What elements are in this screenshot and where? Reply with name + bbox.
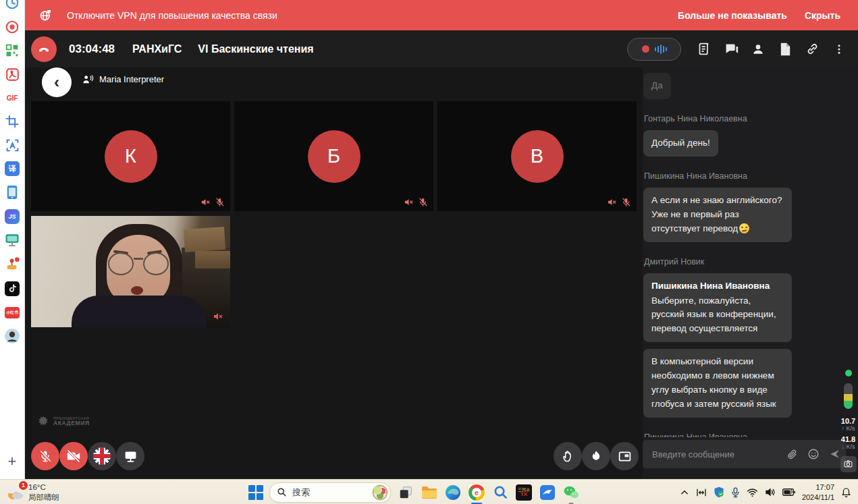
- phone-mirror-icon[interactable]: [5, 185, 20, 200]
- ocr-text-recognition-icon[interactable]: [5, 138, 20, 152]
- thunder-downloader-icon[interactable]: [539, 484, 556, 501]
- quoted-author: Пишикина Нина Ивановна: [651, 279, 784, 293]
- screen-cast-icon[interactable]: [5, 233, 20, 248]
- windows-security-icon[interactable]: [714, 486, 724, 498]
- chat-sender-name: Дмитрий Новик: [644, 257, 858, 267]
- battery-icon[interactable]: [782, 488, 795, 497]
- emoji-picker-icon[interactable]: [803, 443, 824, 465]
- notes-icon[interactable]: [691, 36, 718, 63]
- more-options-kebab-icon[interactable]: [826, 36, 853, 63]
- org-name: РАНХиГС: [132, 43, 182, 55]
- clock-tool-icon[interactable]: [5, 0, 20, 10]
- interpreter-row: Maria Interpreter: [82, 74, 164, 84]
- signal-gauge: [844, 383, 853, 409]
- hide-banner-button[interactable]: Скрыть: [805, 10, 840, 21]
- chat-message-input[interactable]: [643, 449, 781, 459]
- crop-screenshot-icon[interactable]: [5, 114, 20, 129]
- qr-code-icon[interactable]: [5, 43, 20, 58]
- interpreter-name: Maria Interpreter: [99, 74, 164, 84]
- uk-flag-icon: [93, 447, 111, 465]
- desktop-toolbar: GIF 译 JS 小红书 +: [0, 0, 25, 479]
- volume-icon[interactable]: [765, 487, 776, 497]
- sanguosha-game-icon[interactable]: 三国杀TX: [515, 484, 533, 501]
- chat-sender-name: Пишикина Нина Ивановна: [644, 432, 858, 437]
- search-icon: [277, 487, 287, 497]
- search-tool-icon[interactable]: [491, 484, 509, 501]
- uk-flag-language-button[interactable]: [88, 442, 116, 470]
- mic-muted-icon: [215, 197, 225, 207]
- task-view-button[interactable]: [397, 484, 414, 501]
- vpn-banner-text: Отключите VPN для повышения качества свя…: [67, 10, 277, 21]
- speaker-muted-icon: [200, 197, 211, 207]
- edge-browser-icon[interactable]: [444, 484, 462, 501]
- chat-toggle-icon[interactable]: [718, 36, 745, 63]
- snapshot-camera-icon[interactable]: [840, 456, 857, 472]
- screen-record-icon[interactable]: [5, 20, 20, 34]
- raise-hand-button[interactable]: [554, 442, 582, 470]
- academy-watermark: ПРЕЗИДЕНТСКАЯ АКАДЕМИЯ: [36, 415, 90, 428]
- picture-in-picture-button[interactable]: [610, 442, 639, 470]
- windows-taskbar: 1 16°C 局部晴朗 搜索: [0, 479, 858, 504]
- user-avatar[interactable]: [5, 329, 20, 343]
- game-center-icon[interactable]: [5, 257, 20, 272]
- recording-indicator-button[interactable]: [627, 38, 681, 61]
- ime-indicator-icon[interactable]: [696, 488, 707, 497]
- gif-tool-icon[interactable]: GIF: [5, 90, 20, 105]
- start-button[interactable]: [248, 485, 263, 500]
- taskbar-clock[interactable]: 17:07 2024/11/1: [802, 482, 834, 502]
- interpreter-speaking-icon: [82, 74, 94, 84]
- xiaohongshu-icon[interactable]: 小红书: [5, 305, 20, 320]
- screen: GIF 译 JS 小红书 +: [0, 0, 858, 504]
- translate-icon[interactable]: 译: [5, 161, 20, 176]
- upload-arrow-icon: ↑: [841, 425, 844, 432]
- video-stage: ‹ Maria Interpreter К Б В: [24, 67, 643, 479]
- hang-up-button[interactable]: [31, 36, 57, 62]
- screen-share-button[interactable]: [116, 442, 144, 470]
- wifi-icon[interactable]: [747, 488, 758, 497]
- taskbar-search[interactable]: 搜索: [269, 482, 391, 503]
- participant-avatar: В: [511, 130, 564, 183]
- participant-avatar: К: [105, 130, 157, 183]
- mic-muted-button[interactable]: [31, 442, 59, 470]
- back-button[interactable]: ‹: [42, 67, 72, 97]
- search-highlight-food-icon: [372, 484, 388, 501]
- tiktok-icon[interactable]: [5, 281, 20, 296]
- document-icon[interactable]: [772, 36, 799, 63]
- waveform-icon: [655, 45, 667, 54]
- copy-link-icon[interactable]: [799, 36, 826, 63]
- speaker-muted-icon: [213, 311, 223, 322]
- add-tool-button[interactable]: +: [5, 455, 20, 470]
- chat-message-bubble: Да: [643, 73, 671, 99]
- clock-time: 17:07: [802, 482, 834, 492]
- participants-icon[interactable]: [745, 36, 772, 63]
- weather-widget[interactable]: 1 16°C 局部晴朗: [5, 482, 107, 502]
- chrome-browser-icon-active[interactable]: [468, 484, 485, 501]
- chat-message-bubble: А если я не знаю английского? Уже не в п…: [643, 188, 792, 242]
- tray-microphone-icon[interactable]: [731, 487, 740, 498]
- status-dot: [845, 370, 852, 376]
- chat-message-list: ДаГонтарь Нина НиколаевнаДобрый день!Пиш…: [643, 67, 858, 437]
- participant-tile: В: [437, 101, 637, 211]
- dont-show-again-button[interactable]: Больше не показывать: [678, 10, 787, 21]
- chat-input-row: [643, 440, 846, 468]
- attach-file-icon[interactable]: [781, 443, 803, 465]
- chat-message-bubble: В компьютерной версии необходимо в левом…: [643, 349, 792, 418]
- mic-muted-icon: [621, 197, 631, 207]
- camera-off-button[interactable]: [59, 442, 88, 470]
- wechat-icon[interactable]: [562, 484, 580, 501]
- participant-avatar: Б: [308, 130, 360, 183]
- reactions-fire-button[interactable]: [582, 442, 610, 470]
- tray-expand-chevron[interactable]: [680, 488, 689, 497]
- js-tool-icon[interactable]: JS: [5, 209, 20, 224]
- chat-message-bubble: Пишикина Нина ИвановнаВыберите, пожалуйс…: [643, 273, 792, 343]
- notifications-bell-icon[interactable]: [841, 487, 851, 498]
- mic-muted-icon: [418, 197, 428, 207]
- call-header: 03:04:48 РАНХиГС VI Баскинские чтения: [24, 30, 858, 67]
- speaker-video-tile: [31, 216, 230, 327]
- file-explorer-icon[interactable]: [421, 484, 438, 501]
- download-speed: 41.8: [841, 435, 855, 443]
- weather-icon: 1: [5, 484, 24, 501]
- speaker-muted-icon: [404, 197, 414, 207]
- pdf-reader-icon[interactable]: [5, 67, 20, 82]
- thinking-emoji: [739, 223, 749, 233]
